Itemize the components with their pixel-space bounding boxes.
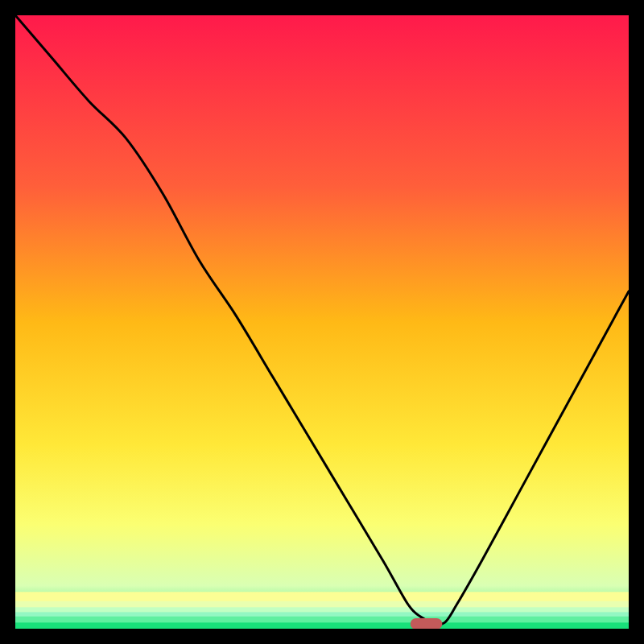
chart-frame: TheBottleneck.com [15, 15, 629, 629]
svg-rect-5 [15, 622, 629, 629]
bottom-bands [15, 592, 629, 629]
optimum-marker [411, 618, 443, 629]
gradient-background [15, 15, 629, 629]
chart-svg [15, 15, 629, 629]
